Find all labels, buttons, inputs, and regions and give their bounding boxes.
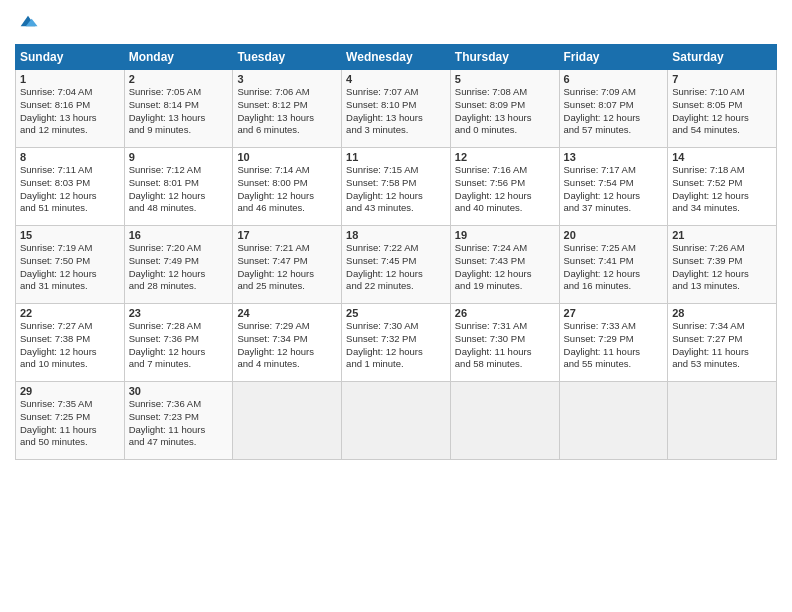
day-number: 28: [672, 307, 772, 319]
day-number: 4: [346, 73, 446, 85]
day-number: 19: [455, 229, 555, 241]
day-number: 2: [129, 73, 229, 85]
calendar-cell: 9Sunrise: 7:12 AMSunset: 8:01 PMDaylight…: [124, 148, 233, 226]
col-header-tuesday: Tuesday: [233, 45, 342, 70]
day-number: 29: [20, 385, 120, 397]
calendar-cell: 14Sunrise: 7:18 AMSunset: 7:52 PMDayligh…: [668, 148, 777, 226]
day-info: Sunrise: 7:17 AMSunset: 7:54 PMDaylight:…: [564, 164, 664, 215]
col-header-wednesday: Wednesday: [342, 45, 451, 70]
calendar-cell: 19Sunrise: 7:24 AMSunset: 7:43 PMDayligh…: [450, 226, 559, 304]
day-number: 30: [129, 385, 229, 397]
day-info: Sunrise: 7:30 AMSunset: 7:32 PMDaylight:…: [346, 320, 446, 371]
calendar-cell: 12Sunrise: 7:16 AMSunset: 7:56 PMDayligh…: [450, 148, 559, 226]
day-number: 7: [672, 73, 772, 85]
col-header-saturday: Saturday: [668, 45, 777, 70]
calendar-cell: 5Sunrise: 7:08 AMSunset: 8:09 PMDaylight…: [450, 70, 559, 148]
day-info: Sunrise: 7:08 AMSunset: 8:09 PMDaylight:…: [455, 86, 555, 137]
day-number: 6: [564, 73, 664, 85]
calendar-header-row: SundayMondayTuesdayWednesdayThursdayFrid…: [16, 45, 777, 70]
calendar-cell: 29Sunrise: 7:35 AMSunset: 7:25 PMDayligh…: [16, 382, 125, 460]
day-number: 12: [455, 151, 555, 163]
calendar-cell: 3Sunrise: 7:06 AMSunset: 8:12 PMDaylight…: [233, 70, 342, 148]
day-number: 26: [455, 307, 555, 319]
day-number: 18: [346, 229, 446, 241]
day-number: 8: [20, 151, 120, 163]
logo: [15, 10, 39, 36]
col-header-sunday: Sunday: [16, 45, 125, 70]
day-info: Sunrise: 7:06 AMSunset: 8:12 PMDaylight:…: [237, 86, 337, 137]
day-number: 15: [20, 229, 120, 241]
day-number: 9: [129, 151, 229, 163]
calendar-cell: 6Sunrise: 7:09 AMSunset: 8:07 PMDaylight…: [559, 70, 668, 148]
day-info: Sunrise: 7:18 AMSunset: 7:52 PMDaylight:…: [672, 164, 772, 215]
calendar-week-row: 15Sunrise: 7:19 AMSunset: 7:50 PMDayligh…: [16, 226, 777, 304]
col-header-thursday: Thursday: [450, 45, 559, 70]
calendar-cell: 24Sunrise: 7:29 AMSunset: 7:34 PMDayligh…: [233, 304, 342, 382]
day-info: Sunrise: 7:24 AMSunset: 7:43 PMDaylight:…: [455, 242, 555, 293]
calendar-cell: 28Sunrise: 7:34 AMSunset: 7:27 PMDayligh…: [668, 304, 777, 382]
calendar-cell: 17Sunrise: 7:21 AMSunset: 7:47 PMDayligh…: [233, 226, 342, 304]
calendar-cell: 21Sunrise: 7:26 AMSunset: 7:39 PMDayligh…: [668, 226, 777, 304]
day-info: Sunrise: 7:19 AMSunset: 7:50 PMDaylight:…: [20, 242, 120, 293]
day-number: 27: [564, 307, 664, 319]
day-info: Sunrise: 7:31 AMSunset: 7:30 PMDaylight:…: [455, 320, 555, 371]
calendar-cell: [342, 382, 451, 460]
day-number: 3: [237, 73, 337, 85]
day-info: Sunrise: 7:27 AMSunset: 7:38 PMDaylight:…: [20, 320, 120, 371]
day-info: Sunrise: 7:29 AMSunset: 7:34 PMDaylight:…: [237, 320, 337, 371]
logo-icon: [17, 10, 39, 32]
day-number: 16: [129, 229, 229, 241]
calendar-cell: 13Sunrise: 7:17 AMSunset: 7:54 PMDayligh…: [559, 148, 668, 226]
day-number: 14: [672, 151, 772, 163]
calendar-cell: 8Sunrise: 7:11 AMSunset: 8:03 PMDaylight…: [16, 148, 125, 226]
day-number: 1: [20, 73, 120, 85]
day-info: Sunrise: 7:34 AMSunset: 7:27 PMDaylight:…: [672, 320, 772, 371]
header: [15, 10, 777, 36]
day-info: Sunrise: 7:10 AMSunset: 8:05 PMDaylight:…: [672, 86, 772, 137]
day-info: Sunrise: 7:14 AMSunset: 8:00 PMDaylight:…: [237, 164, 337, 215]
calendar-cell: 20Sunrise: 7:25 AMSunset: 7:41 PMDayligh…: [559, 226, 668, 304]
day-number: 23: [129, 307, 229, 319]
day-info: Sunrise: 7:35 AMSunset: 7:25 PMDaylight:…: [20, 398, 120, 449]
col-header-monday: Monday: [124, 45, 233, 70]
calendar-cell: 2Sunrise: 7:05 AMSunset: 8:14 PMDaylight…: [124, 70, 233, 148]
calendar-week-row: 22Sunrise: 7:27 AMSunset: 7:38 PMDayligh…: [16, 304, 777, 382]
calendar-cell: 25Sunrise: 7:30 AMSunset: 7:32 PMDayligh…: [342, 304, 451, 382]
calendar-cell: 26Sunrise: 7:31 AMSunset: 7:30 PMDayligh…: [450, 304, 559, 382]
day-info: Sunrise: 7:28 AMSunset: 7:36 PMDaylight:…: [129, 320, 229, 371]
day-info: Sunrise: 7:12 AMSunset: 8:01 PMDaylight:…: [129, 164, 229, 215]
day-info: Sunrise: 7:05 AMSunset: 8:14 PMDaylight:…: [129, 86, 229, 137]
day-info: Sunrise: 7:26 AMSunset: 7:39 PMDaylight:…: [672, 242, 772, 293]
calendar-week-row: 1Sunrise: 7:04 AMSunset: 8:16 PMDaylight…: [16, 70, 777, 148]
day-info: Sunrise: 7:07 AMSunset: 8:10 PMDaylight:…: [346, 86, 446, 137]
day-info: Sunrise: 7:20 AMSunset: 7:49 PMDaylight:…: [129, 242, 229, 293]
day-info: Sunrise: 7:04 AMSunset: 8:16 PMDaylight:…: [20, 86, 120, 137]
calendar-cell: 27Sunrise: 7:33 AMSunset: 7:29 PMDayligh…: [559, 304, 668, 382]
day-info: Sunrise: 7:21 AMSunset: 7:47 PMDaylight:…: [237, 242, 337, 293]
day-number: 13: [564, 151, 664, 163]
day-info: Sunrise: 7:11 AMSunset: 8:03 PMDaylight:…: [20, 164, 120, 215]
day-number: 20: [564, 229, 664, 241]
day-number: 21: [672, 229, 772, 241]
day-info: Sunrise: 7:22 AMSunset: 7:45 PMDaylight:…: [346, 242, 446, 293]
day-info: Sunrise: 7:16 AMSunset: 7:56 PMDaylight:…: [455, 164, 555, 215]
calendar-cell: [668, 382, 777, 460]
day-number: 10: [237, 151, 337, 163]
calendar-cell: 4Sunrise: 7:07 AMSunset: 8:10 PMDaylight…: [342, 70, 451, 148]
calendar-page: SundayMondayTuesdayWednesdayThursdayFrid…: [0, 0, 792, 612]
calendar-table: SundayMondayTuesdayWednesdayThursdayFrid…: [15, 44, 777, 460]
day-number: 24: [237, 307, 337, 319]
col-header-friday: Friday: [559, 45, 668, 70]
calendar-week-row: 8Sunrise: 7:11 AMSunset: 8:03 PMDaylight…: [16, 148, 777, 226]
calendar-cell: 18Sunrise: 7:22 AMSunset: 7:45 PMDayligh…: [342, 226, 451, 304]
day-number: 11: [346, 151, 446, 163]
day-number: 5: [455, 73, 555, 85]
day-info: Sunrise: 7:36 AMSunset: 7:23 PMDaylight:…: [129, 398, 229, 449]
calendar-cell: 10Sunrise: 7:14 AMSunset: 8:00 PMDayligh…: [233, 148, 342, 226]
calendar-cell: 7Sunrise: 7:10 AMSunset: 8:05 PMDaylight…: [668, 70, 777, 148]
calendar-cell: [559, 382, 668, 460]
calendar-cell: 30Sunrise: 7:36 AMSunset: 7:23 PMDayligh…: [124, 382, 233, 460]
calendar-week-row: 29Sunrise: 7:35 AMSunset: 7:25 PMDayligh…: [16, 382, 777, 460]
day-info: Sunrise: 7:09 AMSunset: 8:07 PMDaylight:…: [564, 86, 664, 137]
day-info: Sunrise: 7:15 AMSunset: 7:58 PMDaylight:…: [346, 164, 446, 215]
